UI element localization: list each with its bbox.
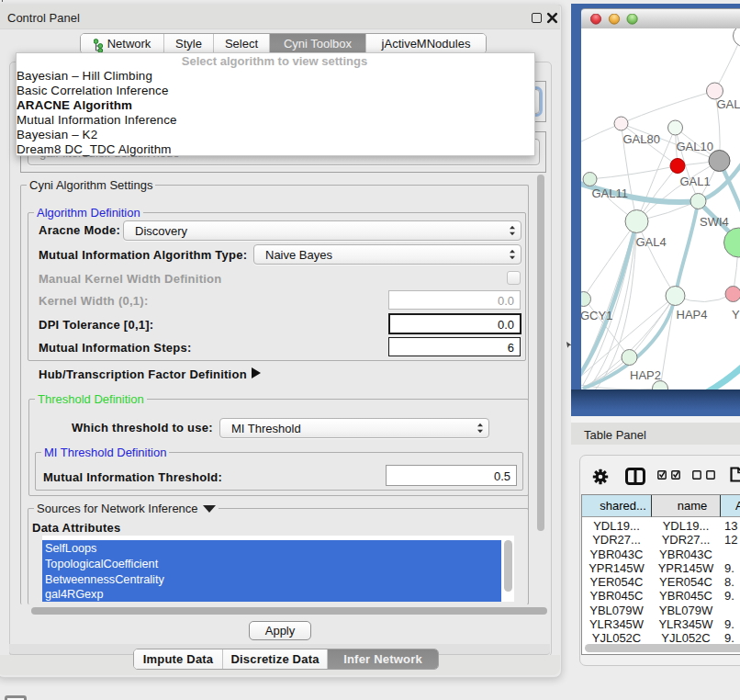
- svg-text:HAP2: HAP2: [630, 368, 661, 382]
- svg-text:GAL4: GAL4: [636, 235, 667, 249]
- svg-text:GCY1: GCY1: [581, 309, 612, 322]
- svg-text:SWI4: SWI4: [700, 215, 729, 229]
- svg-text:GAL80: GAL80: [623, 132, 660, 146]
- svg-text:GAL1: GAL1: [680, 175, 711, 188]
- svg-text:GAL: GAL: [717, 97, 740, 111]
- svg-text:GAL10: GAL10: [677, 140, 713, 153]
- svg-text:Y: Y: [732, 308, 740, 322]
- svg-text:GAL11: GAL11: [592, 186, 629, 200]
- svg-text:HAP4: HAP4: [677, 308, 708, 322]
